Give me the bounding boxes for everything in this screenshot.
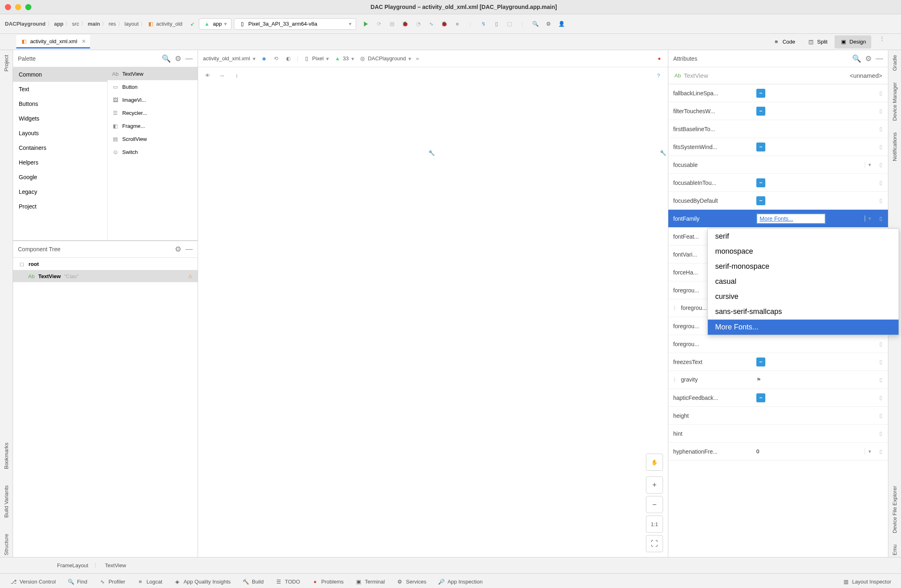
palette-item[interactable]: 🖼ImageVi... [108, 93, 198, 106]
attr-value-cell[interactable]: −▯ [753, 393, 888, 402]
canvas-file-dd[interactable]: activity_old_xml.xml [203, 55, 256, 62]
zoom-fit-button[interactable]: ⛶ [646, 535, 663, 552]
attr-value-cell[interactable]: ▾▯ [753, 162, 888, 168]
dropdown-icon[interactable]: ▾ [865, 215, 875, 222]
expand-icon[interactable]: 〉 [673, 377, 679, 383]
attr-value-cell[interactable]: ▾▯ [753, 213, 888, 224]
bb-find[interactable]: 🔍Find [67, 578, 87, 586]
picker-icon[interactable]: ▯ [877, 126, 885, 132]
coverage-button[interactable]: ▤ [388, 20, 396, 28]
attr-value-cell[interactable]: ▯ [753, 126, 888, 132]
picker-icon[interactable]: ▯ [877, 144, 885, 150]
dropdown-icon[interactable]: ▾ [865, 448, 875, 454]
picker-icon[interactable]: ▯ [877, 341, 885, 347]
palette-settings-icon[interactable]: ⚙ [175, 54, 181, 63]
search-button[interactable]: 🔍 [531, 20, 540, 28]
attr-collapse-icon[interactable]: — [876, 54, 883, 63]
attr-row-firstBaselineTo[interactable]: firstBaselineTo...▯ [668, 120, 888, 138]
attr-row-gravity[interactable]: 〉gravity⚑▯ [668, 371, 888, 389]
rail-build-variants[interactable]: Build Variants [3, 484, 9, 519]
tree-settings-icon[interactable]: ⚙ [175, 245, 181, 254]
device-selector[interactable]: ▯ Pixel_3a_API_33_arm64-v8a ▾ [234, 18, 356, 30]
picker-icon[interactable]: ▯ [877, 197, 885, 204]
bc-layout[interactable]: layout [125, 21, 139, 27]
attr-row-filterTouchesW[interactable]: filterTouchesW...−▯ [668, 102, 888, 120]
attr-value-cell[interactable]: −▯ [753, 178, 888, 187]
view-code-tab[interactable]: ≡Code [767, 35, 800, 48]
bc-project[interactable]: DACPlayground [5, 21, 46, 27]
debug-button[interactable]: 🐞 [401, 20, 409, 28]
attach-debugger-button[interactable]: ∿ [427, 20, 435, 28]
surface-icon[interactable]: ◆ [260, 55, 268, 62]
attr-row-fontFamily[interactable]: fontFamily▾▯ [668, 210, 888, 228]
palette-cat-google[interactable]: Google [13, 170, 107, 184]
attr-value-cell[interactable]: −▯ [753, 89, 888, 98]
rail-notifications[interactable]: Notifications [892, 131, 898, 163]
picker-icon[interactable]: ▯ [877, 359, 885, 365]
eye-icon[interactable]: 👁 [204, 72, 211, 79]
attr-value-cell[interactable]: −▯ [753, 107, 888, 116]
palette-cat-containers[interactable]: Containers [13, 140, 107, 155]
arrows-icon[interactable]: ↔ [218, 72, 226, 79]
canvas-more-icon[interactable]: » [416, 55, 419, 61]
zoom-in-button[interactable]: + [646, 476, 663, 494]
zoom-out-button[interactable]: − [646, 496, 663, 513]
sdk-manager-button[interactable]: ⬚ [505, 20, 513, 28]
bb-version-control[interactable]: ⎇Version Control [10, 578, 56, 586]
picker-icon[interactable]: ▯ [877, 90, 885, 96]
bc-res[interactable]: res [108, 21, 116, 27]
error-indicator-icon[interactable]: ● [656, 55, 663, 62]
attr-value-cell[interactable]: ▯ [753, 430, 888, 437]
attr-row-focusedByDefault[interactable]: focusedByDefault−▯ [668, 192, 888, 210]
font-option[interactable]: casual [708, 274, 899, 289]
bb-app-quality[interactable]: ◈App Quality Insights [174, 578, 231, 586]
font-option[interactable]: cursive [708, 289, 899, 304]
font-family-input[interactable] [756, 213, 826, 224]
attr-settings-icon[interactable]: ⚙ [865, 54, 872, 63]
picker-icon[interactable]: ▯ [877, 448, 885, 454]
view-design-tab[interactable]: ▣Design [835, 35, 871, 48]
expand-icon[interactable]: 〉 [673, 305, 679, 311]
palette-cat-legacy[interactable]: Legacy [13, 184, 107, 199]
checkbox-indeterminate[interactable]: − [756, 178, 765, 187]
attr-row-height[interactable]: height▯ [668, 407, 888, 425]
palette-item[interactable]: ▭Button [108, 80, 198, 93]
picker-icon[interactable]: ▯ [877, 215, 885, 222]
profile-button[interactable]: ◔ [414, 20, 422, 28]
palette-collapse-icon[interactable]: — [185, 54, 193, 63]
orientation-icon[interactable]: ⟲ [273, 55, 280, 62]
file-tab-active[interactable]: ◧ activity_old_xml.xml ✕ [16, 35, 90, 48]
attr-value-cell[interactable]: ⚑▯ [753, 377, 888, 383]
bb-todo[interactable]: ☰TODO [275, 578, 300, 586]
rail-device-file-exp[interactable]: Device File Explorer [892, 484, 898, 535]
attr-row-focusable[interactable]: focusable▾▯ [668, 156, 888, 174]
checkbox-indeterminate[interactable]: − [756, 107, 765, 116]
attr-search-icon[interactable]: 🔍 [852, 54, 861, 63]
attr-row-hyphenationFre[interactable]: hyphenationFre...0▾▯ [668, 443, 888, 461]
canvas-device-dd[interactable]: ▯Pixel [303, 55, 329, 62]
checkbox-indeterminate[interactable]: − [756, 196, 765, 205]
checkbox-indeterminate[interactable]: − [756, 358, 765, 366]
more-run-button[interactable]: 🐞 [440, 20, 448, 28]
close-window[interactable] [5, 4, 11, 10]
picker-icon[interactable]: ▯ [877, 108, 885, 114]
attr-row-freezesText[interactable]: freezesText−▯ [668, 353, 888, 371]
palette-cat-text[interactable]: Text [13, 82, 107, 97]
account-button[interactable]: 👤 [557, 20, 566, 28]
attr-value-cell[interactable]: −▯ [753, 196, 888, 205]
palette-item[interactable]: AbTextView [108, 67, 198, 80]
font-option[interactable]: sans-serif-smallcaps [708, 304, 899, 319]
sync-icon[interactable]: ↙ [189, 20, 196, 28]
palette-item[interactable]: ☰Recycler... [108, 106, 198, 119]
checkbox-indeterminate[interactable]: − [756, 143, 765, 151]
bb-profiler[interactable]: ∿Profiler [99, 578, 125, 586]
palette-cat-buttons[interactable]: Buttons [13, 97, 107, 111]
palette-cat-project[interactable]: Project [13, 199, 107, 214]
picker-icon[interactable]: ▯ [877, 180, 885, 186]
bb-layout-inspector[interactable]: ▥Layout Inspector [842, 578, 891, 586]
picker-icon[interactable]: ▯ [877, 412, 885, 419]
tab-menu-icon[interactable]: ⋮ [879, 35, 885, 48]
attr-value-cell[interactable]: ▯ [753, 412, 888, 419]
font-option[interactable]: serif [708, 229, 899, 244]
constraint-icon[interactable]: ↕ [233, 72, 240, 79]
